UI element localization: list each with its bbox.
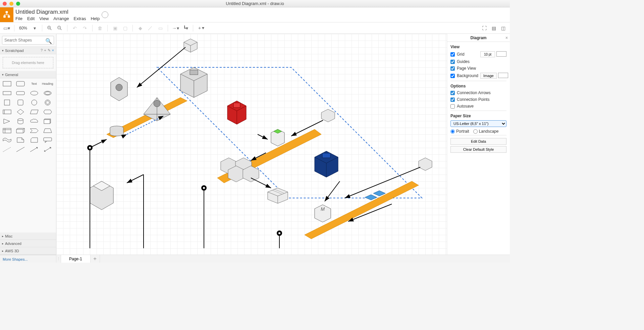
shape-ellipse[interactable] <box>29 90 39 96</box>
shape-line[interactable] <box>15 146 25 153</box>
section-aws3d[interactable]: ▸AWS 3D <box>0 247 56 255</box>
add-page-button[interactable]: ＋ <box>91 255 100 263</box>
shape-dashline[interactable] <box>2 146 12 153</box>
shape-circle[interactable] <box>29 99 39 106</box>
section-advanced[interactable]: ▸Advanced <box>0 240 56 247</box>
app-logo[interactable] <box>0 7 13 22</box>
zoom-value[interactable]: 60% <box>18 26 29 30</box>
shape-internal[interactable] <box>2 127 12 134</box>
shape-process[interactable] <box>2 109 12 115</box>
shape-palette: Text Heading <box>0 78 56 155</box>
edit-data-button[interactable]: Edit Data <box>450 138 506 145</box>
waypoint-icon[interactable]: ┗▾ <box>181 24 190 32</box>
search-icon[interactable]: 🔍 <box>45 38 52 44</box>
landscape-radio[interactable] <box>473 129 478 134</box>
background-checkbox[interactable] <box>450 74 455 78</box>
svg-rect-38 <box>190 70 198 75</box>
menu-arrange[interactable]: Arrange <box>53 16 69 21</box>
panel-close-icon[interactable]: × <box>505 36 508 40</box>
view-mode-button[interactable]: ▭▾ <box>3 24 11 32</box>
outline-icon[interactable]: ◫ <box>499 24 507 32</box>
portrait-radio[interactable] <box>450 129 455 134</box>
section-general[interactable]: ▾General <box>0 71 56 78</box>
window-max-icon[interactable] <box>16 2 20 6</box>
to-back-icon[interactable]: ▢ <box>121 24 129 32</box>
svg-rect-26 <box>44 120 50 124</box>
shape-note[interactable] <box>15 137 25 143</box>
fullscreen-icon[interactable]: ⛶ <box>480 24 488 32</box>
shape-trapezoid[interactable] <box>43 127 53 134</box>
shape-tape[interactable] <box>2 137 12 143</box>
paper-size-select[interactable]: US-Letter (8,5" x 11") <box>450 120 506 127</box>
close-icon[interactable]: × <box>52 48 54 53</box>
grid-checkbox[interactable] <box>450 52 455 57</box>
connection-icon[interactable]: →▾ <box>171 24 179 32</box>
shape-parallel[interactable] <box>29 109 39 115</box>
shape-ring[interactable] <box>43 99 53 106</box>
shape-roundrect2[interactable] <box>15 90 25 96</box>
shape-diamond[interactable] <box>15 109 25 115</box>
shape-square[interactable] <box>2 99 12 106</box>
zoom-dropdown-icon[interactable]: ▾ <box>31 24 39 32</box>
bg-color-swatch[interactable] <box>498 73 508 78</box>
doc-title[interactable]: Untitled Diagram.xml <box>15 9 100 15</box>
to-front-icon[interactable]: ▣ <box>111 24 119 32</box>
shape-hexagon[interactable] <box>43 109 53 115</box>
scratchpad-dropzone[interactable]: Drag elements here <box>3 57 53 68</box>
bg-image-button[interactable]: Image <box>480 73 497 79</box>
menu-view[interactable]: View <box>39 16 49 21</box>
menu-edit[interactable]: Edit <box>27 16 35 21</box>
shape-card[interactable] <box>29 137 39 143</box>
redo-icon[interactable]: ↷ <box>81 24 89 32</box>
format-panel-icon[interactable]: ▤ <box>490 24 498 32</box>
clear-style-button[interactable]: Clear Default Style <box>450 146 506 153</box>
page-tab-1[interactable]: Page-1 <box>61 255 91 263</box>
canvas[interactable]: M <box>56 34 447 255</box>
shape-triangle[interactable] <box>2 118 12 125</box>
shape-text[interactable]: Text <box>29 80 39 87</box>
menu-extras[interactable]: Extras <box>74 16 86 21</box>
add-icon[interactable]: + <box>44 48 46 53</box>
window-close-icon[interactable] <box>3 2 7 6</box>
more-shapes-link[interactable]: More Shapes... <box>0 255 56 263</box>
menu-file[interactable]: File <box>15 16 22 21</box>
grid-size-input[interactable] <box>480 51 495 57</box>
shape-rect[interactable] <box>2 80 12 87</box>
window-min-icon[interactable] <box>9 2 13 6</box>
shape-callout[interactable] <box>43 137 53 143</box>
delete-icon[interactable]: 🗑 <box>96 24 104 32</box>
shape-step[interactable] <box>29 127 39 134</box>
grid-color-swatch[interactable] <box>496 51 506 57</box>
conn-arrows-checkbox[interactable] <box>450 91 455 95</box>
shape-ellipse2[interactable] <box>43 90 53 96</box>
language-icon[interactable] <box>102 11 108 18</box>
zoom-in-icon[interactable] <box>46 24 54 32</box>
insert-icon[interactable]: ＋▾ <box>197 24 205 32</box>
shape-document[interactable] <box>43 118 53 125</box>
shape-cloud[interactable] <box>29 118 39 125</box>
scratchpad-header[interactable]: ▾Scratchpad ?+✎× <box>0 47 56 54</box>
shape-rect2[interactable] <box>2 90 12 96</box>
guides-checkbox[interactable] <box>450 60 455 64</box>
zoom-out-icon[interactable] <box>56 24 64 32</box>
shape-cube[interactable] <box>15 127 25 134</box>
shape-roundsquare[interactable] <box>15 99 25 106</box>
menu-help[interactable]: Help <box>91 16 100 21</box>
edit-icon[interactable]: ✎ <box>48 48 51 53</box>
shape-arrow2[interactable] <box>43 146 53 153</box>
tabs-handle-icon[interactable]: ⋮ <box>56 255 61 263</box>
help-icon[interactable]: ? <box>41 48 43 53</box>
svg-rect-40 <box>322 153 330 158</box>
shadow-icon[interactable]: ▭ <box>156 24 164 32</box>
pageview-checkbox[interactable] <box>450 66 455 71</box>
undo-icon[interactable]: ↶ <box>71 24 79 32</box>
shape-roundrect[interactable] <box>15 80 25 87</box>
line-icon[interactable]: ／ <box>146 24 154 32</box>
section-misc[interactable]: ▸Misc <box>0 233 56 240</box>
conn-points-checkbox[interactable] <box>450 97 455 102</box>
fill-icon[interactable]: ◆ <box>136 24 144 32</box>
autosave-checkbox[interactable] <box>450 104 455 109</box>
shape-cylinder[interactable] <box>15 118 25 125</box>
shape-heading[interactable]: Heading <box>43 80 53 87</box>
shape-arrow1[interactable] <box>29 146 39 153</box>
